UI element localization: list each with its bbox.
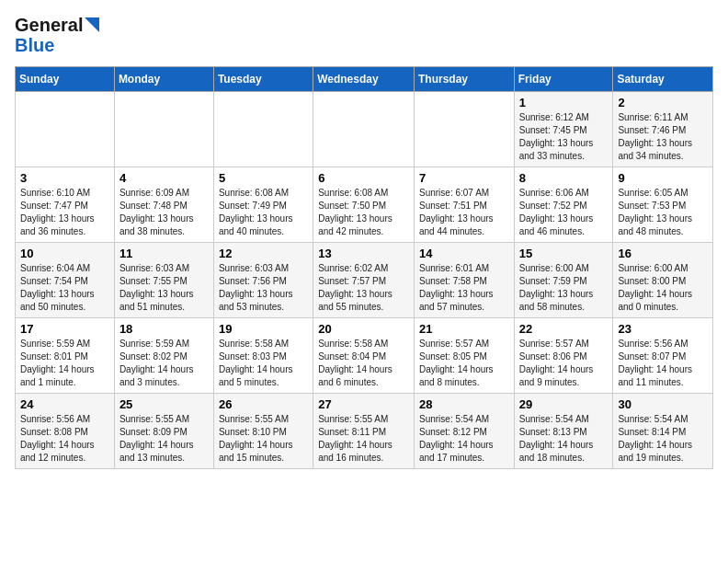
calendar-cell: 28Sunrise: 5:54 AM Sunset: 8:12 PM Dayli…: [414, 394, 514, 469]
day-info: Sunrise: 6:01 AM Sunset: 7:58 PM Dayligh…: [419, 262, 509, 314]
day-number: 24: [20, 397, 109, 411]
calendar-cell: [213, 92, 313, 167]
day-info: Sunrise: 6:05 AM Sunset: 7:53 PM Dayligh…: [618, 187, 708, 238]
calendar-cell: 18Sunrise: 5:59 AM Sunset: 8:02 PM Dayli…: [114, 318, 213, 394]
day-info: Sunrise: 5:55 AM Sunset: 8:09 PM Dayligh…: [119, 413, 209, 465]
day-number: 4: [119, 171, 209, 185]
day-info: Sunrise: 6:00 AM Sunset: 7:59 PM Dayligh…: [519, 262, 609, 314]
calendar-cell: 27Sunrise: 5:55 AM Sunset: 8:11 PM Dayli…: [313, 394, 415, 469]
column-header-thursday: Thursday: [414, 67, 514, 92]
day-info: Sunrise: 5:54 AM Sunset: 8:12 PM Dayligh…: [419, 413, 509, 465]
calendar-week-5: 24Sunrise: 5:56 AM Sunset: 8:08 PM Dayli…: [16, 394, 713, 469]
column-header-sunday: Sunday: [16, 67, 115, 92]
calendar-cell: 29Sunrise: 5:54 AM Sunset: 8:13 PM Dayli…: [514, 394, 613, 469]
day-info: Sunrise: 6:08 AM Sunset: 7:50 PM Dayligh…: [318, 187, 409, 238]
calendar-cell: 16Sunrise: 6:00 AM Sunset: 8:00 PM Dayli…: [613, 243, 713, 318]
calendar-cell: [16, 92, 115, 167]
calendar-cell: 15Sunrise: 6:00 AM Sunset: 7:59 PM Dayli…: [514, 243, 613, 318]
calendar-cell: 12Sunrise: 6:03 AM Sunset: 7:56 PM Dayli…: [213, 243, 313, 318]
column-header-friday: Friday: [514, 67, 613, 92]
day-info: Sunrise: 6:03 AM Sunset: 7:55 PM Dayligh…: [119, 262, 209, 314]
calendar-week-4: 17Sunrise: 5:59 AM Sunset: 8:01 PM Dayli…: [16, 318, 713, 394]
day-number: 27: [318, 397, 409, 411]
day-info: Sunrise: 5:59 AM Sunset: 8:01 PM Dayligh…: [20, 338, 109, 389]
day-info: Sunrise: 6:09 AM Sunset: 7:48 PM Dayligh…: [119, 187, 209, 238]
day-number: 3: [20, 171, 109, 185]
day-number: 20: [318, 322, 409, 336]
logo: General Blue: [15, 15, 99, 55]
calendar-cell: 23Sunrise: 5:56 AM Sunset: 8:07 PM Dayli…: [613, 318, 713, 394]
day-number: 25: [119, 397, 209, 411]
day-info: Sunrise: 6:04 AM Sunset: 7:54 PM Dayligh…: [20, 262, 109, 314]
calendar-cell: 14Sunrise: 6:01 AM Sunset: 7:58 PM Dayli…: [414, 243, 514, 318]
day-info: Sunrise: 5:55 AM Sunset: 8:10 PM Dayligh…: [219, 413, 308, 465]
calendar-cell: 8Sunrise: 6:06 AM Sunset: 7:52 PM Daylig…: [514, 167, 613, 243]
calendar-cell: 17Sunrise: 5:59 AM Sunset: 8:01 PM Dayli…: [16, 318, 115, 394]
column-header-wednesday: Wednesday: [313, 67, 415, 92]
calendar-cell: 4Sunrise: 6:09 AM Sunset: 7:48 PM Daylig…: [114, 167, 213, 243]
logo-blue-text: Blue: [15, 35, 99, 55]
day-info: Sunrise: 5:56 AM Sunset: 8:08 PM Dayligh…: [20, 413, 109, 465]
day-info: Sunrise: 5:59 AM Sunset: 8:02 PM Dayligh…: [119, 338, 209, 389]
day-number: 23: [618, 322, 708, 336]
day-info: Sunrise: 6:06 AM Sunset: 7:52 PM Dayligh…: [519, 187, 609, 238]
day-number: 29: [519, 397, 609, 411]
day-number: 6: [318, 171, 409, 185]
calendar-body: 1Sunrise: 6:12 AM Sunset: 7:45 PM Daylig…: [16, 92, 713, 469]
calendar-cell: 9Sunrise: 6:05 AM Sunset: 7:53 PM Daylig…: [613, 167, 713, 243]
calendar-cell: 7Sunrise: 6:07 AM Sunset: 7:51 PM Daylig…: [414, 167, 514, 243]
calendar-cell: 3Sunrise: 6:10 AM Sunset: 7:47 PM Daylig…: [16, 167, 115, 243]
day-number: 21: [419, 322, 509, 336]
calendar-week-3: 10Sunrise: 6:04 AM Sunset: 7:54 PM Dayli…: [16, 243, 713, 318]
day-info: Sunrise: 5:54 AM Sunset: 8:13 PM Dayligh…: [519, 413, 609, 465]
column-header-monday: Monday: [114, 67, 213, 92]
day-info: Sunrise: 6:02 AM Sunset: 7:57 PM Dayligh…: [318, 262, 409, 314]
calendar-cell: 13Sunrise: 6:02 AM Sunset: 7:57 PM Dayli…: [313, 243, 415, 318]
day-number: 26: [219, 397, 308, 411]
day-info: Sunrise: 5:55 AM Sunset: 8:11 PM Dayligh…: [318, 413, 409, 465]
day-info: Sunrise: 5:54 AM Sunset: 8:14 PM Dayligh…: [618, 413, 708, 465]
svg-marker-0: [85, 17, 99, 32]
day-info: Sunrise: 6:03 AM Sunset: 7:56 PM Dayligh…: [219, 262, 308, 314]
calendar-table: SundayMondayTuesdayWednesdayThursdayFrid…: [15, 66, 713, 469]
day-info: Sunrise: 5:58 AM Sunset: 8:04 PM Dayligh…: [318, 338, 409, 389]
logo-general-text: General: [15, 15, 83, 35]
day-number: 18: [119, 322, 209, 336]
day-number: 28: [419, 397, 509, 411]
calendar-cell: 20Sunrise: 5:58 AM Sunset: 8:04 PM Dayli…: [313, 318, 415, 394]
day-number: 10: [20, 247, 109, 260]
day-info: Sunrise: 5:56 AM Sunset: 8:07 PM Dayligh…: [618, 338, 708, 389]
calendar-cell: [414, 92, 514, 167]
calendar-cell: 1Sunrise: 6:12 AM Sunset: 7:45 PM Daylig…: [514, 92, 613, 167]
day-info: Sunrise: 6:10 AM Sunset: 7:47 PM Dayligh…: [20, 187, 109, 238]
calendar-cell: 2Sunrise: 6:11 AM Sunset: 7:46 PM Daylig…: [613, 92, 713, 167]
day-info: Sunrise: 5:57 AM Sunset: 8:06 PM Dayligh…: [519, 338, 609, 389]
calendar-week-2: 3Sunrise: 6:10 AM Sunset: 7:47 PM Daylig…: [16, 167, 713, 243]
day-number: 9: [618, 171, 708, 185]
page-header: General Blue: [15, 15, 713, 55]
day-number: 13: [318, 247, 409, 260]
column-header-tuesday: Tuesday: [213, 67, 313, 92]
day-info: Sunrise: 6:00 AM Sunset: 8:00 PM Dayligh…: [618, 262, 708, 314]
calendar-week-1: 1Sunrise: 6:12 AM Sunset: 7:45 PM Daylig…: [16, 92, 713, 167]
calendar-cell: 10Sunrise: 6:04 AM Sunset: 7:54 PM Dayli…: [16, 243, 115, 318]
day-number: 14: [419, 247, 509, 260]
day-number: 19: [219, 322, 308, 336]
calendar-cell: 22Sunrise: 5:57 AM Sunset: 8:06 PM Dayli…: [514, 318, 613, 394]
day-number: 17: [20, 322, 109, 336]
day-number: 11: [119, 247, 209, 260]
day-info: Sunrise: 6:12 AM Sunset: 7:45 PM Dayligh…: [519, 111, 609, 163]
day-number: 22: [519, 322, 609, 336]
day-number: 15: [519, 247, 609, 260]
calendar-cell: 6Sunrise: 6:08 AM Sunset: 7:50 PM Daylig…: [313, 167, 415, 243]
calendar-cell: 21Sunrise: 5:57 AM Sunset: 8:05 PM Dayli…: [414, 318, 514, 394]
calendar-header-row: SundayMondayTuesdayWednesdayThursdayFrid…: [16, 67, 713, 92]
day-number: 2: [618, 96, 708, 109]
day-number: 7: [419, 171, 509, 185]
day-number: 12: [219, 247, 308, 260]
day-number: 16: [618, 247, 708, 260]
calendar-cell: 24Sunrise: 5:56 AM Sunset: 8:08 PM Dayli…: [16, 394, 115, 469]
day-info: Sunrise: 6:08 AM Sunset: 7:49 PM Dayligh…: [219, 187, 308, 238]
calendar-cell: 26Sunrise: 5:55 AM Sunset: 8:10 PM Dayli…: [213, 394, 313, 469]
day-info: Sunrise: 6:11 AM Sunset: 7:46 PM Dayligh…: [618, 111, 708, 163]
